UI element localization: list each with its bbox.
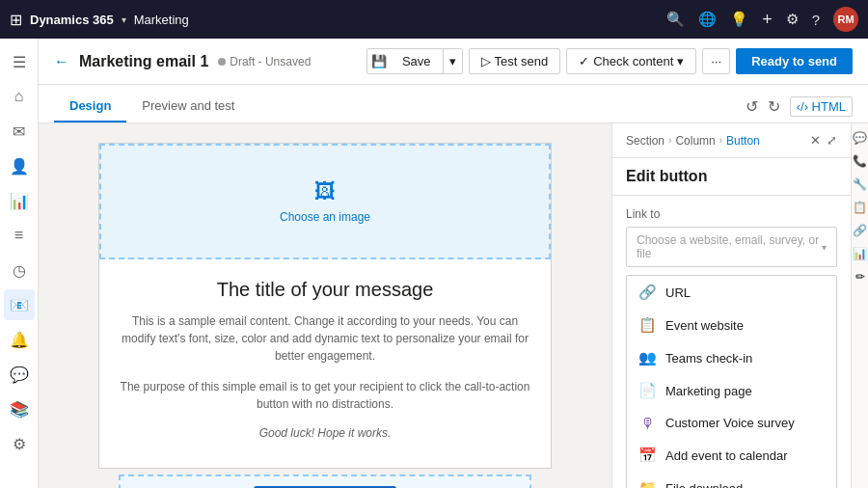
rail-link-icon[interactable]: 🔗 — [853, 224, 867, 237]
header-actions: 💾 Save ▾ ▷ Test send ✓ Check content ▾ ·… — [366, 48, 853, 74]
link-type-menu: 🔗 URL 📋 Event website 👥 Teams check-in 📄… — [626, 275, 837, 488]
url-item[interactable]: 🔗 URL — [627, 276, 836, 309]
sidebar-home-icon[interactable]: ⌂ — [4, 81, 35, 112]
sidebar-menu-icon[interactable]: ☰ — [4, 46, 35, 77]
top-navigation: ⊞ Dynamics 365 ▾ Marketing 🔍 🌐 💡 + ⚙ ? R… — [0, 0, 868, 39]
save-dropdown-button[interactable]: ▾ — [443, 49, 462, 73]
panel-title: Edit button — [612, 158, 851, 196]
module-name: Marketing — [134, 13, 189, 27]
tabs-bar: Design Preview and test ↺ ↻ ‹/› HTML — [39, 85, 868, 123]
sidebar-email-icon[interactable]: ✉ — [4, 116, 35, 147]
file-download-icon: 📁 — [638, 479, 656, 488]
html-button[interactable]: ‹/› HTML — [790, 96, 853, 117]
save-button[interactable]: Save — [391, 49, 443, 73]
rail-chart-icon[interactable]: 📊 — [853, 247, 867, 260]
app-name: Dynamics 365 — [30, 13, 114, 27]
email-canvas: 🖼 Choose an image The title of your mess… — [39, 123, 611, 488]
rail-wrench-icon[interactable]: 🔧 — [853, 177, 867, 191]
email-body: 🖼 Choose an image The title of your mess… — [98, 143, 552, 469]
check-icon: ✓ — [579, 54, 589, 68]
choose-image-text[interactable]: Choose an image — [280, 210, 370, 224]
sidebar-active-icon[interactable]: 📧 — [4, 289, 35, 320]
globe-icon[interactable]: 🌐 — [698, 11, 717, 28]
status-text: Draft - Unsaved — [230, 55, 311, 68]
panel-close-icon[interactable]: ✕ — [810, 133, 821, 148]
undo-icon[interactable]: ↺ — [746, 97, 758, 116]
tab-design[interactable]: Design — [54, 91, 126, 122]
email-image-section[interactable]: 🖼 Choose an image — [99, 144, 551, 259]
nav-right-icons: 🔍 🌐 💡 + ⚙ ? RM — [666, 7, 858, 32]
app-chevron[interactable]: ▾ — [122, 14, 126, 25]
sidebar-books-icon[interactable]: 📚 — [4, 393, 35, 424]
sidebar-bell-icon[interactable]: 🔔 — [4, 324, 35, 355]
avatar[interactable]: RM — [833, 7, 858, 32]
status-dot — [218, 58, 226, 66]
add-event-icon: 📅 — [638, 447, 656, 464]
left-sidebar: ☰ ⌂ ✉ 👤 📊 ≡ ◷ 📧 🔔 💬 📚 ⚙ — [0, 39, 39, 488]
ellipsis-button[interactable]: ··· — [702, 48, 730, 74]
teams-checkin-item[interactable]: 👥 Teams check-in — [627, 341, 836, 374]
link-to-label: Link to — [626, 207, 837, 221]
link-to-dropdown[interactable]: Choose a website, email, survey, or file… — [626, 227, 837, 267]
rail-list-icon[interactable]: 📋 — [853, 201, 867, 214]
sidebar-chart-icon[interactable]: 📊 — [4, 185, 35, 216]
email-title: The title of your message — [119, 279, 531, 301]
test-send-button[interactable]: ▷ Test send — [469, 48, 561, 74]
lightbulb-icon[interactable]: 💡 — [730, 11, 748, 28]
sidebar-people-icon[interactable]: 👤 — [4, 150, 35, 181]
breadcrumb: Section › Column › Button — [626, 134, 760, 148]
dropdown-chevron-icon: ▾ — [822, 242, 827, 253]
plus-nav-icon[interactable]: + — [762, 10, 773, 30]
far-right-rail: 💬 📞 🔧 📋 🔗 📊 ✏ — [851, 123, 868, 488]
event-website-item[interactable]: 📋 Event website — [627, 309, 836, 341]
gear-nav-icon[interactable]: ⚙ — [786, 11, 799, 28]
breadcrumb-button[interactable]: Button — [726, 134, 760, 148]
main-area: ← Marketing email 1 Draft - Unsaved 💾 Sa… — [39, 39, 868, 488]
customer-voice-icon: 🎙 — [638, 415, 656, 431]
email-button-section: Download PDF — [119, 474, 531, 488]
ready-to-send-button[interactable]: Ready to send — [736, 48, 853, 74]
customer-voice-item[interactable]: 🎙 Customer Voice survey — [627, 407, 836, 439]
content-row: 🖼 Choose an image The title of your mess… — [39, 123, 868, 488]
check-chevron: ▾ — [677, 54, 684, 68]
test-send-icon: ▷ — [481, 54, 491, 68]
save-button-group: 💾 Save ▾ — [366, 48, 463, 74]
check-content-button[interactable]: ✓ Check content ▾ — [566, 48, 696, 74]
sub-header: ← Marketing email 1 Draft - Unsaved 💾 Sa… — [39, 39, 868, 85]
search-nav-icon[interactable]: 🔍 — [666, 11, 685, 28]
help-icon[interactable]: ? — [812, 12, 820, 28]
panel-header-actions: ✕ ⤢ — [810, 133, 837, 148]
rail-edit-icon[interactable]: ✏ — [855, 270, 865, 284]
email-text-section: The title of your message This is a samp… — [99, 259, 551, 474]
page-title: Marketing email 1 — [79, 53, 208, 70]
url-icon: 🔗 — [638, 284, 656, 301]
tab-preview[interactable]: Preview and test — [126, 91, 250, 122]
redo-icon[interactable]: ↻ — [768, 97, 780, 116]
marketing-page-item[interactable]: 📄 Marketing page — [627, 374, 836, 407]
rail-phone-icon[interactable]: 📞 — [853, 154, 867, 168]
panel-expand-icon[interactable]: ⤢ — [827, 133, 837, 148]
teams-icon: 👥 — [638, 349, 656, 366]
add-event-calendar-item[interactable]: 📅 Add event to calendar — [627, 439, 836, 472]
email-luck-text: Good luck! Hope it works. — [119, 426, 531, 440]
marketing-page-icon: 📄 — [638, 382, 656, 399]
panel-body: Link to Choose a website, email, survey,… — [612, 196, 851, 488]
back-button[interactable]: ← — [54, 53, 69, 70]
file-download-item[interactable]: 📁 File download — [627, 472, 836, 488]
sidebar-settings-icon[interactable]: ⚙ — [4, 428, 35, 459]
right-panel: Section › Column › Button ✕ ⤢ Edit butto… — [611, 123, 851, 488]
rail-chat-icon[interactable]: 💬 — [853, 131, 867, 145]
sidebar-history-icon[interactable]: ◷ — [4, 255, 35, 285]
grid-icon[interactable]: ⊞ — [10, 11, 22, 29]
sidebar-list-icon[interactable]: ≡ — [4, 220, 35, 251]
sidebar-chat-icon[interactable]: 💬 — [4, 359, 35, 390]
breadcrumb-column[interactable]: Column — [675, 134, 715, 148]
panel-header: Section › Column › Button ✕ ⤢ — [612, 123, 851, 158]
event-website-icon: 📋 — [638, 316, 656, 334]
image-icon: 🖼 — [314, 179, 336, 204]
email-cta-text: The purpose of this simple email is to g… — [119, 378, 531, 413]
email-body-text: This is a sample email content. Change i… — [119, 312, 531, 365]
tabs-right-tools: ↺ ↻ ‹/› HTML — [746, 96, 853, 122]
breadcrumb-section[interactable]: Section — [626, 134, 665, 148]
status-badge: Draft - Unsaved — [218, 55, 311, 68]
